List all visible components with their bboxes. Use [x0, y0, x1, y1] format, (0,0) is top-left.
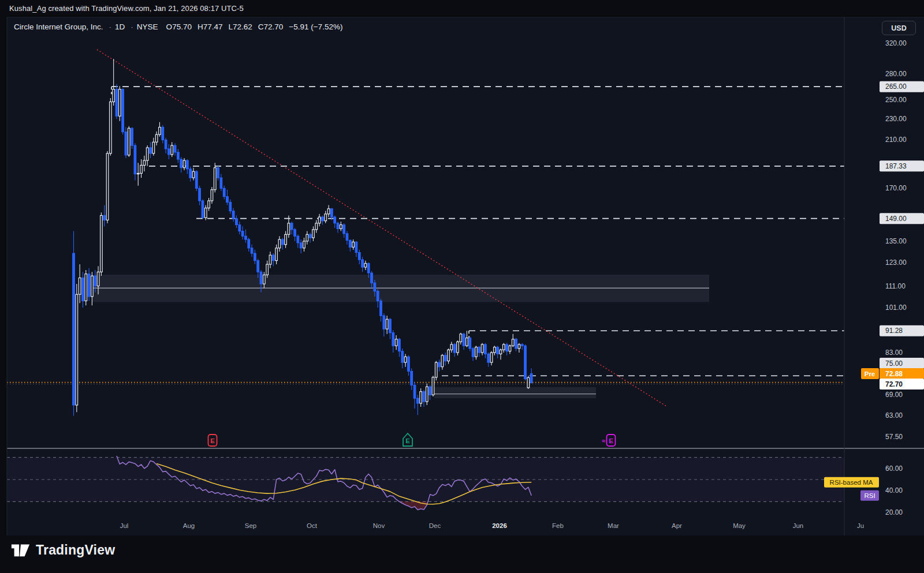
candle[interactable] [478, 347, 480, 353]
candle[interactable] [245, 236, 247, 239]
candle[interactable] [229, 202, 232, 211]
candle[interactable] [232, 211, 234, 219]
candle[interactable] [318, 217, 321, 223]
candle[interactable] [217, 168, 219, 178]
candle[interactable] [377, 291, 379, 301]
candle[interactable] [159, 127, 161, 134]
candle[interactable] [275, 248, 278, 261]
candle[interactable] [192, 171, 195, 178]
candle[interactable] [429, 387, 431, 395]
candle[interactable] [73, 253, 75, 405]
candle[interactable] [248, 239, 250, 248]
candle[interactable] [236, 219, 238, 225]
candle[interactable] [269, 255, 271, 264]
candle[interactable] [362, 260, 364, 267]
candle[interactable] [481, 344, 483, 353]
candle[interactable] [171, 145, 173, 155]
candle[interactable] [85, 274, 87, 301]
candle[interactable] [113, 89, 115, 102]
candle[interactable] [251, 248, 253, 253]
candle[interactable] [146, 148, 148, 160]
candle[interactable] [475, 347, 478, 357]
candle[interactable] [97, 272, 99, 286]
candle[interactable] [180, 159, 182, 168]
candle[interactable] [441, 355, 444, 367]
candle[interactable] [196, 171, 198, 188]
candle[interactable] [162, 127, 164, 140]
candle[interactable] [466, 338, 468, 346]
candle[interactable] [239, 225, 241, 231]
candle[interactable] [88, 274, 90, 297]
candle[interactable] [199, 188, 201, 201]
tradingview-footer[interactable]: TradingView [10, 540, 115, 560]
candle[interactable] [82, 278, 84, 301]
candle[interactable] [340, 225, 342, 229]
candle[interactable] [457, 342, 459, 353]
candle[interactable] [91, 276, 94, 297]
candle[interactable] [106, 153, 109, 220]
candle[interactable] [337, 223, 339, 229]
candle[interactable] [223, 188, 225, 196]
chart-canvas[interactable]: EE≈E320.00280.00250.00230.00210.00170.00… [0, 0, 924, 573]
candle[interactable] [392, 333, 394, 346]
candle[interactable] [395, 339, 397, 346]
candle[interactable] [76, 294, 78, 405]
candle[interactable] [278, 239, 281, 248]
candle[interactable] [401, 351, 404, 362]
candle[interactable] [128, 128, 130, 155]
candle[interactable] [460, 334, 462, 342]
candle[interactable] [334, 217, 336, 223]
candle[interactable] [506, 344, 508, 351]
candle[interactable] [303, 241, 305, 248]
candle[interactable] [509, 346, 511, 351]
candle[interactable] [404, 357, 407, 362]
candle[interactable] [140, 165, 143, 173]
support-zone[interactable] [434, 387, 596, 398]
candle[interactable] [521, 344, 523, 346]
candle[interactable] [220, 178, 222, 188]
candle[interactable] [515, 339, 517, 349]
candle[interactable] [125, 132, 127, 155]
candle[interactable] [355, 242, 357, 252]
candle[interactable] [411, 371, 413, 385]
candle[interactable] [110, 102, 112, 153]
candle[interactable] [226, 197, 229, 203]
candle[interactable] [444, 355, 446, 361]
candle[interactable] [343, 225, 345, 234]
candle[interactable] [432, 377, 434, 395]
candle[interactable] [214, 168, 216, 190]
candle[interactable] [371, 273, 373, 283]
candle[interactable] [260, 272, 262, 284]
candle[interactable] [358, 252, 360, 260]
candle[interactable] [204, 208, 207, 218]
candle[interactable] [300, 243, 302, 248]
candle[interactable] [469, 338, 471, 349]
candle[interactable] [398, 339, 401, 351]
candle[interactable] [211, 190, 213, 201]
candle[interactable] [530, 374, 532, 383]
candle[interactable] [512, 339, 514, 346]
candle[interactable] [435, 362, 437, 377]
candle[interactable] [100, 215, 103, 272]
candle[interactable] [346, 234, 348, 241]
candle[interactable] [490, 353, 493, 362]
candle[interactable] [413, 385, 416, 398]
candle[interactable] [174, 145, 176, 152]
candle[interactable] [327, 209, 330, 214]
candle[interactable] [134, 145, 136, 174]
candle[interactable] [322, 217, 324, 221]
candle[interactable] [285, 234, 287, 245]
currency-button[interactable]: USD [882, 21, 916, 35]
candle[interactable] [290, 223, 293, 230]
candle[interactable] [254, 253, 256, 261]
candle[interactable] [165, 140, 167, 148]
candle[interactable] [380, 301, 382, 316]
candle[interactable] [312, 230, 315, 238]
candle[interactable] [202, 201, 204, 218]
candle[interactable] [137, 173, 139, 174]
candle[interactable] [463, 334, 465, 346]
candle[interactable] [367, 263, 370, 273]
candle[interactable] [273, 255, 275, 260]
candle[interactable] [177, 152, 180, 159]
symbol-legend[interactable]: Circle Internet Group, Inc.·1D·NYSEO75.7… [14, 23, 342, 31]
